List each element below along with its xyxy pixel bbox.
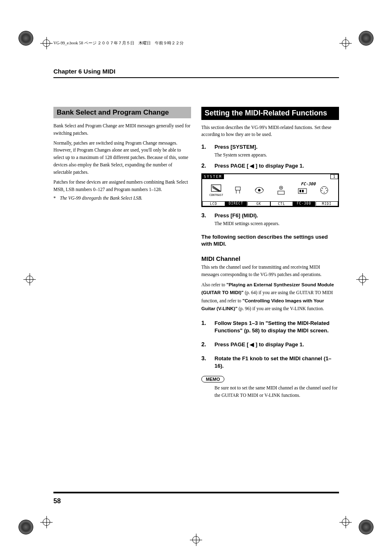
step-item: 3. Rotate the F1 knob to set the MIDI ch… [201,355,339,370]
midi-icon [317,183,332,198]
page-header-metadata: VG-99_e.book 58 ページ ２００７年７月５日 木曜日 午前９時２２… [53,40,184,46]
memo-badge: MEMO [201,376,224,382]
registration-mark-icon [359,31,374,46]
step-description: The MIDI settings screen appears. [214,221,339,226]
crop-mark-icon [356,273,369,286]
registration-mark-icon [18,520,33,534]
footnote-text: The VG-99 disregards the Bank Select LSB… [60,196,143,200]
footnote-marker: * [53,196,56,200]
svg-rect-9 [278,191,284,194]
step-instruction: Press [SYSTEM]. [214,143,258,151]
gk-icon [252,183,267,198]
horizontal-rule [53,492,339,493]
svg-point-14 [322,188,323,189]
ctl-icon [274,183,288,198]
svg-point-6 [258,189,261,191]
step-number: 2. [201,341,209,348]
chapter-title: Chapter 6 Using MIDI [53,68,339,78]
body-paragraph: Patches for these devices are assigned n… [53,179,191,193]
step-instruction: Press PAGE [ ◀ ] to display Page 1. [214,341,304,348]
crop-mark-icon [190,534,202,546]
step-description: The System screen appears. [214,152,339,157]
body-paragraph: Normally, patches are switched using Pro… [53,140,191,176]
svg-point-15 [325,188,326,189]
crop-mark-icon [339,516,352,528]
svg-point-18 [324,192,325,193]
step-instruction: Press [F6] (MIDI). [214,212,258,219]
contrast-icon: CONTRAST [209,183,224,198]
body-paragraph: Also refer to "Playing an External Synth… [201,281,339,313]
registration-mark-icon [18,31,33,46]
section-header: Bank Select and Program Change [53,107,191,118]
page-number: 58 [53,497,61,505]
lcd-tab: CTL [270,201,293,206]
step-instruction: Follow Steps 1–3 in "Setting the MIDI-Re… [214,320,339,334]
right-column: Setting the MIDI-Related Functions This … [201,107,339,399]
step-item: 3. Press [F6] (MIDI). [201,212,339,219]
subsection-title: MIDI Channel [201,255,339,262]
lcd-page-indicator: 1 [330,174,338,179]
bold-paragraph: The following section describes the sett… [201,233,339,248]
body-paragraph: This sets the channel used for transmitt… [201,264,339,279]
step-number: 1. [201,143,209,151]
step-item: 2. Press PAGE [ ◀ ] to display Page 1. [201,162,339,170]
memo-text: Be sure not to set the same MIDI channel… [214,384,339,399]
step-number: 3. [201,355,209,370]
lcd-title: SYSTEM [202,174,224,179]
svg-point-13 [321,187,328,194]
step-instruction: Rotate the F1 knob to set the MIDI chann… [214,355,339,370]
svg-rect-11 [300,190,301,192]
crop-mark-icon [40,37,53,49]
crop-mark-icon [23,273,36,286]
step-number: 2. [201,162,209,170]
lcd-tab: FC-300 [293,201,316,206]
svg-point-17 [326,190,327,191]
lcd-tab: MIDI [316,201,339,206]
fc300-icon [295,183,310,198]
footnote: * The VG-99 disregards the Bank Select L… [53,196,191,200]
step-instruction: Press PAGE [ ◀ ] to display Page 1. [214,162,304,170]
step-number: 1. [201,320,209,334]
body-paragraph: This section describes the VG-99's MIDI-… [201,124,339,139]
registration-mark-icon [359,520,374,534]
page-content: Chapter 6 Using MIDI Bank Select and Pro… [53,68,339,399]
lcd-tab: DIRECT [225,201,248,206]
lcd-tab: LCD [202,201,225,206]
direct-icon [231,183,245,198]
lcd-tab: GK [247,201,270,206]
left-column: Bank Select and Program Change Bank Sele… [53,107,191,399]
crop-mark-icon [40,516,53,528]
step-item: 1. Press [SYSTEM]. [201,143,339,151]
body-paragraph: Bank Select and Program Change are MIDI … [53,122,191,137]
svg-point-16 [321,190,322,191]
crop-mark-icon [339,37,352,49]
step-item: 2. Press PAGE [ ◀ ] to display Page 1. [201,341,339,348]
lcd-tab-bar: LCD DIRECT GK CTL FC-300 MIDI [202,201,338,206]
svg-rect-12 [302,190,304,192]
svg-point-8 [280,187,281,188]
step-number: 3. [201,212,209,219]
lcd-screenshot: SYSTEM 1 FC-300 CONTRAST [201,173,339,207]
section-header: Setting the MIDI-Related Functions [201,107,339,120]
svg-line-2 [212,187,220,191]
svg-rect-4 [235,187,240,190]
step-item: 1. Follow Steps 1–3 in "Setting the MIDI… [201,320,339,334]
